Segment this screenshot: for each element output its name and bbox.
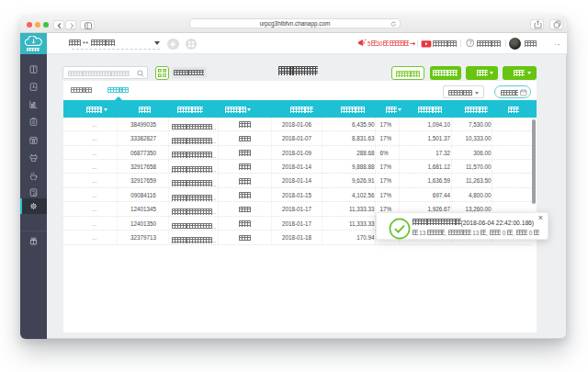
svg-text:?: ?: [468, 39, 471, 46]
